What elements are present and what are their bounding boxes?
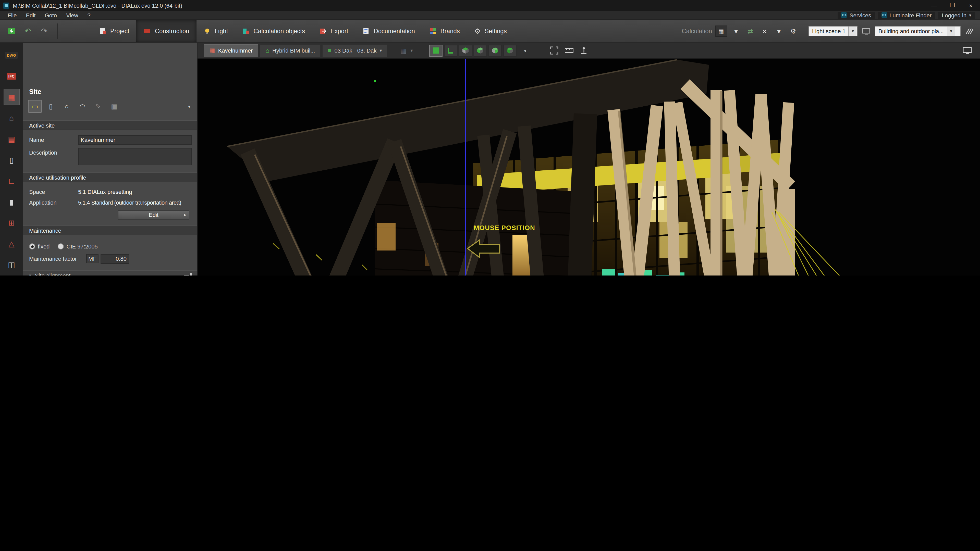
- chevron-down-icon: ▾: [947, 27, 955, 36]
- description-label: Description: [29, 149, 78, 156]
- tool-building[interactable]: ⌂: [3, 110, 20, 126]
- storey-icon: ≡: [328, 48, 331, 54]
- tool-wall[interactable]: ∟: [3, 172, 20, 189]
- view-plan-button[interactable]: [444, 44, 457, 56]
- building-icon: ⌂: [9, 114, 14, 122]
- zoom-fit-icon: [550, 46, 558, 55]
- tool-storey[interactable]: ▤: [3, 130, 20, 147]
- cie-radio-label: CIE 97:2005: [67, 243, 98, 249]
- render-style-icon[interactable]: [964, 25, 975, 37]
- top-view-icon: [433, 48, 439, 54]
- storey-icon: ▤: [8, 135, 15, 143]
- zoom-fit-button[interactable]: [548, 44, 561, 56]
- tool-roof[interactable]: △: [3, 235, 20, 251]
- application-label: Application: [29, 200, 78, 206]
- cancel-calculation-button[interactable]: ×: [759, 25, 770, 37]
- display-mode-select[interactable]: Building and outdoor pla... ▾: [875, 26, 961, 36]
- measure-button[interactable]: [563, 44, 576, 56]
- tool-import-dwg[interactable]: DWG: [3, 47, 20, 63]
- tools-more-chevron[interactable]: ▾: [188, 104, 192, 109]
- link-icon[interactable]: ⇄: [745, 25, 756, 37]
- export-icon: [319, 27, 326, 35]
- site-icon: ▦: [8, 93, 15, 101]
- site-name-input[interactable]: [78, 135, 192, 144]
- window-title: M:\BIM Collab\12_1 BIMcollab_GLDF.evo - …: [13, 2, 182, 8]
- tab-light[interactable]: Light: [196, 20, 235, 42]
- collapse-views-button[interactable]: ◂: [518, 44, 531, 56]
- minimize-button[interactable]: —: [925, 0, 943, 11]
- 3d-scene[interactable]: MOUSE POSITION EXTENDED CURSOR LINES: [197, 59, 980, 275]
- view-3d-back-button[interactable]: [488, 44, 502, 56]
- section-site-alignment[interactable]: ▾ Site alignment: [23, 270, 197, 275]
- tab-documentation[interactable]: Documentation: [355, 20, 422, 42]
- ceiling-icon: ⊞: [8, 219, 14, 226]
- menu-goto[interactable]: Goto: [40, 12, 62, 18]
- room-icon: ▯: [10, 156, 14, 164]
- light-scene-select[interactable]: Light scene 1 ▾: [808, 26, 858, 36]
- maximize-button[interactable]: ❐: [943, 0, 962, 11]
- main-toolbar: ↶ ↷ Project Construction Light Calculati…: [0, 20, 980, 43]
- rectangular-site-button[interactable]: ▯: [44, 100, 58, 113]
- project-icon: [99, 27, 106, 35]
- tab-project[interactable]: Project: [92, 20, 137, 42]
- tab-settings[interactable]: ⚙ Settings: [467, 20, 514, 42]
- view-3d-perspective-button[interactable]: [503, 44, 517, 56]
- tab-calculation-objects[interactable]: Calculation objects: [235, 20, 312, 42]
- tool-window[interactable]: ◫: [3, 256, 20, 272]
- tab-brands[interactable]: Brands: [422, 20, 467, 42]
- undo-button[interactable]: ↶: [21, 24, 35, 38]
- polygonal-site-button[interactable]: ◠: [76, 100, 89, 113]
- menu-edit[interactable]: Edit: [21, 12, 40, 18]
- view-tab-building[interactable]: ⌂ Hybrid BIM buil...: [260, 44, 321, 57]
- fixed-radio[interactable]: [29, 243, 35, 249]
- start-calculation-button[interactable]: ▦: [715, 25, 727, 37]
- save-button[interactable]: [5, 24, 18, 38]
- view-tab-storey[interactable]: ≡ 03 Dak - 03. Dak ▾: [322, 44, 387, 57]
- monitor-icon: [963, 47, 972, 54]
- tool-import-ifc[interactable]: IFC: [3, 68, 20, 84]
- site-plan-view-icon[interactable]: ▦: [398, 45, 409, 56]
- pin-icon[interactable]: [184, 273, 192, 275]
- tool-room[interactable]: ▯: [3, 151, 20, 168]
- view-top-button[interactable]: [429, 44, 442, 56]
- services-button[interactable]: Ds Services: [838, 11, 875, 19]
- titlebar[interactable]: M:\BIM Collab\12_1 BIMcollab_GLDF.evo - …: [0, 0, 980, 11]
- maintenance-method-radios: fixed CIE 97:2005: [29, 241, 192, 251]
- view-3d-front-button[interactable]: [459, 44, 472, 56]
- luminaire-finder-button[interactable]: Ds Luminaire Finder: [878, 11, 935, 19]
- draw-site-button[interactable]: ▭: [28, 100, 42, 113]
- close-button[interactable]: ×: [962, 0, 980, 11]
- scene-preview-icon[interactable]: [861, 25, 872, 37]
- redo-button[interactable]: ↷: [37, 24, 51, 38]
- logged-in-button[interactable]: Logged in ▾: [938, 11, 975, 19]
- height-reference-button[interactable]: [577, 44, 590, 56]
- menu-view[interactable]: View: [62, 12, 83, 18]
- calculation-options-chevron[interactable]: ▾: [730, 25, 741, 37]
- tab-construction[interactable]: Construction: [137, 20, 197, 42]
- display-options-button[interactable]: [961, 44, 974, 56]
- tool-ceiling[interactable]: ⊞: [3, 214, 20, 230]
- building-icon: ⌂: [266, 48, 269, 54]
- view-3d-side-button[interactable]: [474, 44, 487, 56]
- edit-points-button[interactable]: ✎: [91, 100, 105, 113]
- section-maintenance: Maintenance: [23, 225, 197, 235]
- cancel-options-chevron[interactable]: ▾: [773, 25, 784, 37]
- tab-export[interactable]: Export: [312, 20, 355, 42]
- site-description-input[interactable]: [78, 148, 192, 165]
- space-label: Space: [29, 189, 78, 195]
- construction-toolstrip: DWG IFC ▦ ⌂ ▤ ▯ ∟ ▮ ⊞ △ ◫ ◨ ▬ ▨ T ◆ ▣: [0, 43, 23, 275]
- menu-file[interactable]: File: [3, 12, 21, 18]
- calculation-settings-gear-icon[interactable]: ⚙: [788, 25, 799, 37]
- maintenance-factor-input[interactable]: [100, 254, 129, 264]
- application-value: 5.1.4 Standard (outdoor transportation a…: [78, 200, 181, 206]
- maintenance-factor-label: Maintenance factor: [29, 256, 86, 262]
- cie-radio[interactable]: [58, 243, 64, 249]
- edit-profile-button[interactable]: Edit ▸: [118, 210, 189, 220]
- play-arrow-icon: ▸: [184, 212, 186, 218]
- view-tab-site[interactable]: ▦ Kavelnummer: [204, 44, 258, 57]
- circular-site-button[interactable]: ○: [60, 100, 73, 113]
- merge-sites-button[interactable]: ▣: [107, 100, 121, 113]
- tool-column[interactable]: ▮: [3, 193, 20, 210]
- menu-help[interactable]: ?: [83, 12, 95, 18]
- tool-site[interactable]: ▦: [3, 89, 20, 105]
